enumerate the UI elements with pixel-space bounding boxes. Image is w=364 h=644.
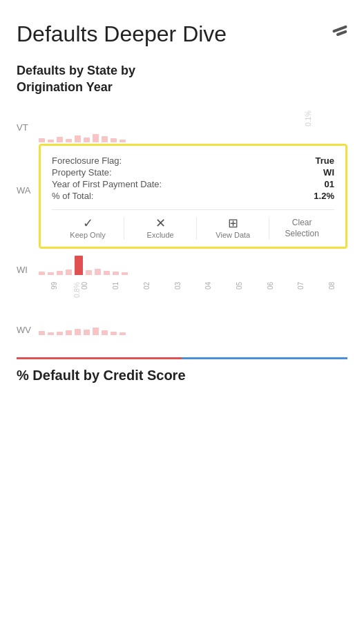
state-label-vt: VT [17,118,39,133]
bar [75,135,81,142]
wi-bars [39,253,347,275]
tooltip-label-3: % of Total: [52,191,232,201]
section-title: Defaults by State by Origination Year [0,57,364,109]
bar [48,140,54,142]
x-label-05: 05 [236,282,243,290]
bar [84,138,90,142]
bar [102,136,108,142]
view-data-button[interactable]: ⊞ View Data [197,217,269,240]
bar [75,329,81,335]
bar [104,271,110,275]
bar [111,332,117,335]
bottom-title: % Default by Credit Score [17,359,347,383]
page: Defaults Deeper Dive Defaults by State b… [0,0,364,644]
wv-chart: 0.8% [39,301,347,335]
tooltip-actions: ✓ Keep Only ✕ Exclude ⊞ View Data [52,209,334,247]
bar [102,330,108,335]
tooltip-label-1: Property State: [52,167,232,178]
view-data-label: View Data [215,231,250,240]
state-label-wa: WA [17,144,39,249]
exclude-button[interactable]: ✕ Exclude [124,217,196,240]
x-label-06: 06 [267,282,274,290]
page-title: Defaults Deeper Dive [17,22,227,46]
chart-icon [332,28,347,36]
wv-pct-label: 0.8% [73,282,81,298]
chart-area: VT 0.1% [0,109,364,335]
bar [48,332,54,335]
bar [39,272,45,275]
bar [93,134,99,142]
bar [57,271,63,275]
bar [95,269,101,275]
header: Defaults Deeper Dive [0,0,364,57]
keep-only-button[interactable]: ✓ Keep Only [52,217,124,240]
bar [113,272,119,275]
bar [119,332,126,335]
bar [122,272,128,275]
tooltip-box: Foreclosure Flag: True Property State: W… [39,144,347,249]
vt-pct-label: 0.1% [305,111,312,126]
x-axis-labels: 99 00 01 02 03 04 05 06 07 08 [39,278,347,290]
x-label-02: 02 [143,282,151,290]
vt-chart: 0.1% [39,109,347,142]
clear-selection-label: ClearSelection [285,218,318,239]
bar [57,332,63,335]
x-axis: 99 00 01 02 03 04 05 06 07 08 [17,278,347,290]
keep-only-label: Keep Only [70,231,105,240]
wv-row: WV 0.8% [17,301,347,335]
wa-section: WA Foreclosure Flag: True Property State… [17,144,347,249]
state-label-wi: WI [17,261,39,275]
exclude-label: Exclude [147,231,174,240]
bar [48,272,54,275]
bar [111,138,117,142]
vt-bars [39,117,126,142]
x-label-07: 07 [297,282,305,290]
wv-bars [39,301,347,335]
bar [39,331,45,335]
x-label-99: 99 [50,282,58,290]
bar [66,139,72,142]
grid-icon: ⊞ [228,217,238,229]
x-label-00: 00 [82,282,89,290]
x-icon: ✕ [155,217,166,229]
bar [66,330,72,335]
tooltip-value-1: WI [243,167,334,178]
tooltip-data: Foreclosure Flag: True Property State: W… [52,155,334,201]
bar [119,140,126,142]
wi-chart [39,253,347,275]
bar [84,330,90,335]
state-label-wv: WV [17,321,39,335]
wi-row: WI [17,253,347,275]
bottom-section: % Default by Credit Score [0,357,364,383]
tooltip-label-0: Foreclosure Flag: [52,155,232,166]
bar [57,137,63,142]
tooltip-value-3: 1.2% [243,191,334,201]
x-label-01: 01 [112,282,119,290]
bar [39,138,45,142]
tooltip-label-2: Year of First Payment Date: [52,179,232,189]
clear-selection-button[interactable]: ClearSelection [269,218,334,239]
bar [66,269,72,275]
check-icon: ✓ [83,217,93,229]
bar [93,328,99,335]
selected-bar [75,256,83,275]
x-label-03: 03 [174,282,182,290]
wa-content: Foreclosure Flag: True Property State: W… [39,144,347,249]
tooltip-value-2: 01 [243,179,334,189]
x-label-04: 04 [204,282,212,290]
x-label-08: 08 [328,282,336,290]
state-row-vt: VT 0.1% [17,109,347,142]
bar [86,270,92,275]
tooltip-value-0: True [243,155,334,166]
